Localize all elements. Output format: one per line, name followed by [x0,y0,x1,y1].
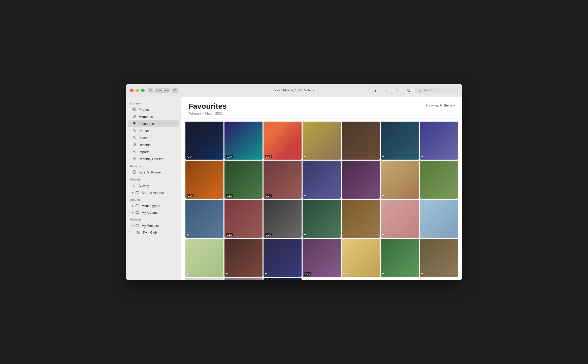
photo-cell[interactable]: 1:09 [264,122,302,160]
heart-icon: ♥ [421,155,423,158]
video-duration: 1:09 [265,155,272,158]
heart-icon: ♥ [382,155,384,158]
sidebar-toggle-button[interactable]: ⊞ [148,88,153,93]
my-projects-icon [135,224,140,228]
photo-cell[interactable]: ♥ [381,239,419,277]
photo-cell[interactable] [342,200,380,238]
zoom-slider[interactable]: ⊟ ⊞ [155,88,170,93]
photo-cell[interactable]: ♥ [185,278,223,280]
photo-cell[interactable]: ♥ [264,239,302,277]
photo-cell[interactable]: ♥ [224,239,263,277]
svg-rect-0 [133,108,136,111]
photo-cell[interactable]: ♥ [303,161,341,199]
sidebar-item-memories[interactable]: Memories [128,113,179,120]
favourite-button[interactable]: ♡ [393,87,402,94]
devices-section-label: Devices [126,163,181,169]
sidebar-item-media-types[interactable]: ▶ Media Types [128,202,179,209]
sidebar-item-recently-deleted[interactable]: Recently Deleted [128,156,179,162]
photo-cell[interactable]: ♥ 0:08 [224,278,263,280]
svg-rect-13 [136,192,139,194]
sidebar-item-my-projects[interactable]: ▶ My Projects [128,222,179,229]
photo-cell[interactable]: ♥ [381,161,419,199]
sidebar-item-photos[interactable]: Photos [128,106,179,113]
search-placeholder: Search [423,88,433,92]
photo-cell[interactable]: ♥ [342,239,380,277]
showing-control[interactable]: Showing: All Items ▾ [426,103,455,107]
sidebar-item-shared-albums[interactable]: ▶ Shared Albums [128,189,179,196]
memories-icon [132,115,137,119]
photo-cell[interactable]: 0:12 [224,200,263,238]
favourites-icon [132,122,137,126]
slideshow-button[interactable]: ⧉ [404,87,413,94]
search-icon: 🔍 [417,89,421,92]
imports-icon [132,150,137,154]
sidebar-item-twin-club[interactable]: Twin Club [128,229,179,236]
heart-icon: ♥ [304,194,306,197]
sidebar-item-activity[interactable]: Activity [128,182,179,189]
photo-cell[interactable]: ♥ [420,122,458,160]
activity-icon [132,184,137,188]
memories-label: Memories [139,115,175,119]
photo-cell[interactable]: ♥ [303,200,341,238]
minimize-button[interactable] [136,89,139,92]
photo-grid: ♥ 0:04 0:09 1:09 ♥ ♥ ♥ [181,119,462,280]
media-types-arrow: ▶ [132,204,134,207]
traffic-lights [130,89,145,92]
app-window: ⊞ ⊟ ⊞ ⊡ 5,297 Photos, 1,040 Videos ℹ ↑ ♡… [126,84,462,280]
main-content: Library Photos Memories Favourites [126,97,462,280]
photo-cell[interactable] [342,122,380,160]
places-label: Places [139,136,175,140]
sidebar-item-recents[interactable]: Recents [128,141,179,148]
share-button[interactable]: ↑ [382,87,391,94]
shared-albums-label: Shared Albums [142,191,175,195]
media-types-label: Media Types [142,204,175,208]
twin-club-label: Twin Club [143,231,175,234]
view-toggle-button[interactable]: ⊡ [172,88,178,93]
photo-cell[interactable]: ♥ [185,200,223,238]
photo-cell[interactable]: ♥ 0:07 [264,161,302,199]
photo-cell[interactable]: 0:06 [264,200,302,238]
albums-section-label: Albums [126,196,181,202]
photo-cell[interactable]: ♥ 0:06 [185,161,223,199]
photo-cell[interactable]: 0:09 [224,122,263,160]
video-duration: 0:12 [226,194,233,197]
maximize-button[interactable] [141,89,145,92]
svg-rect-16 [136,225,139,227]
people-label: People [139,129,175,133]
projects-section-label: Projects [126,216,181,222]
photo-cell[interactable]: ♥ [381,200,419,238]
photo-cell[interactable]: ♥ 0:04 [185,122,223,160]
photo-cell[interactable] [342,161,380,199]
photos-label: Photos [139,108,175,112]
search-box[interactable]: 🔍 Search [415,87,458,93]
svg-point-11 [134,173,135,173]
photo-cell[interactable]: 0:12 [224,161,263,199]
photo-cell[interactable]: ♥ [381,122,419,160]
sidebar: Library Photos Memories Favourites [126,97,181,280]
photo-cell[interactable]: ♥ 0:25 [264,278,302,280]
places-icon [132,136,137,140]
photo-cell[interactable] [420,161,458,199]
sidebar-item-karens-iphone[interactable]: Karen's iPhone [128,169,179,176]
photo-cell[interactable]: ♥ [420,239,458,277]
sidebar-item-places[interactable]: Places [128,134,179,141]
sidebar-item-people[interactable]: People [128,127,179,134]
sidebar-item-my-albums[interactable]: ▶ My Albums [128,209,179,216]
sidebar-item-favourites[interactable]: Favourites [128,120,179,127]
sidebar-item-imports[interactable]: Imports [128,149,179,155]
content-area[interactable]: Favourites February – March 2020 Showing… [181,97,462,280]
shared-albums-arrow: ▶ [132,191,134,194]
titlebar-stats: 5,297 Photos, 1,040 Videos [274,88,314,92]
photo-cell[interactable] [420,200,458,238]
heart-icon: ♥ [382,233,384,236]
svg-rect-14 [136,205,139,207]
close-button[interactable] [130,89,134,92]
photo-cell[interactable]: ♥ 0:26 [303,239,341,277]
photo-cell[interactable]: ♥ [185,239,223,277]
info-button[interactable]: ℹ [371,87,380,94]
heart-icon: ♥ [421,272,423,276]
my-albums-arrow: ▶ [132,211,134,214]
my-albums-label: My Albums [142,211,175,214]
video-duration: 0:04 [187,155,193,158]
photo-cell[interactable]: ♥ [303,122,341,160]
